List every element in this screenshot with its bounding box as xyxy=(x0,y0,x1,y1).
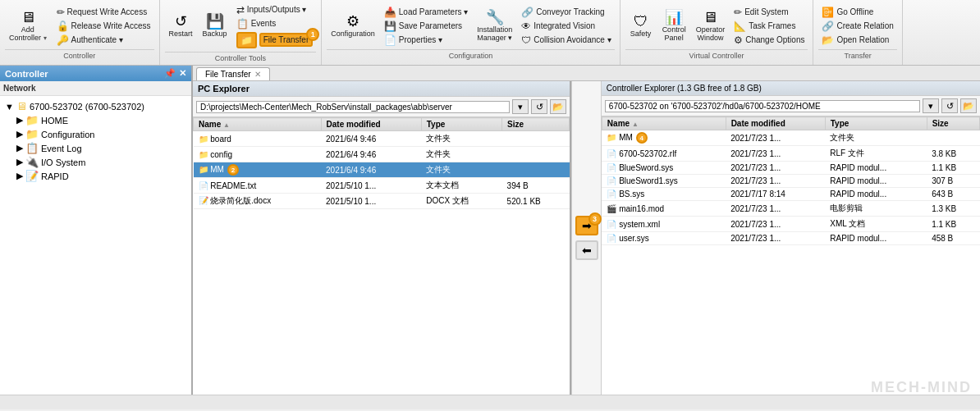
events-button[interactable]: 📋 Events xyxy=(233,17,317,30)
file-transfer-button[interactable]: 📁 File Transfer 1 xyxy=(233,31,317,49)
controller-tab-label[interactable]: Controller xyxy=(5,69,48,79)
pc-file-row[interactable]: 📁 MM2 2021/6/4 9:46 文件夹 xyxy=(194,162,570,178)
pc-col-type[interactable]: Type xyxy=(421,118,501,131)
tree-item-home[interactable]: ▶ 📁 HOME xyxy=(15,113,188,127)
change-options-button[interactable]: ⚙ Change Options xyxy=(730,34,808,47)
collision-avoidance-button[interactable]: 🛡 Collision Avoidance ▾ xyxy=(518,34,614,47)
transfer-backward-button[interactable]: ⬅ xyxy=(575,240,598,260)
properties-label: Properties ▾ xyxy=(399,35,442,44)
pc-path-dropdown-button[interactable]: ▾ xyxy=(512,99,529,114)
ctrl-file-row[interactable]: 📄 user.sys 2021/7/23 1... RAPID modul...… xyxy=(602,232,979,245)
backup-icon: 💾 xyxy=(206,14,224,29)
toolbar-group-controller-tools: ↺ Restart 💾 Backup ⇄ Inputs/Outputs ▾ 📋 … xyxy=(160,0,323,65)
backup-button[interactable]: 💾 Backup xyxy=(199,11,231,40)
tree-item-io-system[interactable]: ▶ 🔌 I/O System xyxy=(15,155,188,169)
ctrl-col-type[interactable]: Type xyxy=(825,117,927,130)
control-panel-button[interactable]: 📊 ControlPanel xyxy=(658,7,690,44)
transfer-forward-button[interactable]: ➡ 3 xyxy=(575,216,598,235)
tree-item-rapid[interactable]: ▶ 📝 RAPID xyxy=(15,169,188,183)
events-icon: 📋 xyxy=(236,18,249,30)
create-relation-button[interactable]: 🔗 Create Relation xyxy=(818,20,896,33)
ctrl-explorer-title: Controller Explorer (1.3 GB free of 1.8 … xyxy=(607,84,762,93)
ctrl-file-row[interactable]: 📄 BlueSword.sys 2021/7/23 1... RAPID mod… xyxy=(602,162,979,175)
installation-manager-button[interactable]: 🔧 InstallationManager ▾ xyxy=(473,7,516,44)
io-icon: ⇄ xyxy=(236,4,245,16)
pc-col-name[interactable]: Name ▲ xyxy=(194,118,322,131)
ctrl-explorer-header: Controller Explorer (1.3 GB free of 1.8 … xyxy=(602,81,980,96)
access-small-buttons: ✏ Request Write Access 🔓 Release Write A… xyxy=(53,6,154,47)
edit-system-button[interactable]: ✏ Edit System xyxy=(730,6,808,19)
transfer-buttons-panel: ➡ 3 ⬅ xyxy=(571,81,602,395)
ctrl-file-row[interactable]: 📁 MM4 2021/7/23 1... 文件夹 xyxy=(602,130,979,146)
config-folder-icon: 📁 xyxy=(25,128,39,140)
inputs-outputs-button[interactable]: ⇄ Inputs/Outputs ▾ xyxy=(233,3,317,16)
vision-icon: 👁 xyxy=(521,21,531,32)
panel-close-button[interactable]: ✕ xyxy=(179,68,186,79)
task-frames-button[interactable]: 📐 Task Frames xyxy=(730,20,808,33)
restart-button[interactable]: ↺ Restart xyxy=(165,11,197,40)
toolbar-group-configuration: ⚙ Configuration 📥 Load Parameters ▾ 💾 Sa… xyxy=(322,0,620,65)
ctrl-path-dropdown-button[interactable]: ▾ xyxy=(923,98,939,113)
task-frames-label: Task Frames xyxy=(749,21,795,30)
ctrl-path-input[interactable] xyxy=(605,100,920,112)
pc-path-input[interactable] xyxy=(196,101,510,113)
operator-window-button[interactable]: 🖥 OperatorWindow xyxy=(692,7,730,44)
right-content-area: File Transfer ✕ PC Explorer ▾ ↺ 📂 xyxy=(193,66,980,395)
tree-item-configuration[interactable]: ▶ 📁 Configuration xyxy=(15,127,188,141)
inst-mgr-label: InstallationManager ▾ xyxy=(477,25,512,42)
panel-pin-button[interactable]: 📌 xyxy=(164,68,176,79)
conveyor-tracking-button[interactable]: 🔗 Conveyor Tracking xyxy=(518,6,614,19)
file-transfer-tab[interactable]: File Transfer ✕ xyxy=(196,67,270,80)
status-bar xyxy=(0,395,980,409)
configuration-button[interactable]: ⚙ Configuration xyxy=(327,11,379,40)
operator-window-icon: 🖥 xyxy=(703,10,717,25)
pc-file-row[interactable]: 📁 config 2021/6/4 9:46 文件夹 xyxy=(194,147,570,162)
ctrl-file-row[interactable]: 📄 BS.sys 2021/7/17 8:14 RAPID modul... 6… xyxy=(602,188,979,201)
ctrl-refresh-button[interactable]: ↺ xyxy=(941,98,958,113)
tree-expand-io-icon: ▶ xyxy=(16,157,23,167)
request-write-button[interactable]: ✏ Request Write Access xyxy=(53,6,154,19)
safety-label: Safety xyxy=(630,30,652,38)
pc-file-row[interactable]: 📄 README.txt 2021/5/10 1... 文本文档 394 B xyxy=(194,178,570,194)
integrated-vision-button[interactable]: 👁 Integrated Vision xyxy=(518,20,614,33)
io-folder-icon: 🔌 xyxy=(25,156,39,168)
pc-file-row[interactable]: 📝 烧录简化版.docx 2021/5/10 1... DOCX 文档 520.… xyxy=(194,194,570,209)
pc-refresh-button[interactable]: ↺ xyxy=(531,99,547,114)
ctrl-file-row[interactable]: 🎬 main16.mod 2021/7/23 1... 电影剪辑 1.3 KB xyxy=(602,201,979,217)
ctrl-file-row[interactable]: 📄 6700-523702.rlf 2021/7/23 1... RLF 文件 … xyxy=(602,146,979,162)
control-panel-icon: 📊 xyxy=(665,10,683,25)
pc-explore-button[interactable]: 📂 xyxy=(550,99,566,114)
edit-system-label: Edit System xyxy=(744,7,788,16)
ctrl-file-row[interactable]: 📄 system.xml 2021/7/23 1... XML 文档 1.1 K… xyxy=(602,217,979,232)
ctrl-file-row[interactable]: 📄 BlueSword1.sys 2021/7/23 1... RAPID mo… xyxy=(602,175,979,188)
left-panel: Controller 📌 ✕ Network ▼ 🖥 6700-523702 (… xyxy=(0,66,193,395)
pc-file-row[interactable]: 📁 board 2021/6/4 9:46 文件夹 xyxy=(194,131,570,147)
controller-name-label: 6700-523702 (6700-523702) xyxy=(30,102,144,112)
go-offline-button[interactable]: 📴 Go Offline xyxy=(818,6,896,19)
config-icon: ⚙ xyxy=(346,14,359,29)
ctrl-col-size[interactable]: Size xyxy=(927,117,979,130)
file-transfer-label: File Transfer xyxy=(259,33,314,47)
pc-col-date[interactable]: Date modified xyxy=(321,118,421,131)
release-write-button[interactable]: 🔓 Release Write Access xyxy=(53,20,154,33)
file-transfer-tab-close[interactable]: ✕ xyxy=(254,70,261,79)
open-relation-button[interactable]: 📂 Open Relation xyxy=(818,34,896,47)
pc-col-size[interactable]: Size xyxy=(502,118,570,131)
safety-button[interactable]: 🛡 Safety xyxy=(625,11,657,40)
tree-item-eventlog[interactable]: ▶ 📋 Event Log xyxy=(15,141,188,155)
configuration-label: Configuration xyxy=(331,30,375,38)
add-controller-button[interactable]: 🖥 AddController ▾ xyxy=(5,7,51,44)
properties-button[interactable]: 📄 Properties ▾ xyxy=(381,34,472,47)
ctrl-col-date[interactable]: Date modified xyxy=(726,117,825,130)
ctrl-explore-button[interactable]: 📂 xyxy=(960,98,977,113)
tree-controller-root[interactable]: ▼ 🖥 6700-523702 (6700-523702) xyxy=(3,99,188,113)
mech-mind-logo: MECH-MIND xyxy=(871,379,972,396)
load-parameters-button[interactable]: 📥 Load Parameters ▾ xyxy=(381,6,472,19)
tree-expand-event-icon: ▶ xyxy=(16,143,23,153)
open-relation-icon: 📂 xyxy=(822,34,834,46)
home-folder-icon: 📁 xyxy=(25,114,39,126)
save-params-label: Save Parameters xyxy=(399,21,462,30)
save-parameters-button[interactable]: 💾 Save Parameters xyxy=(381,20,472,33)
authenticate-button[interactable]: 🔑 Authenticate ▾ xyxy=(53,34,154,47)
ctrl-col-name[interactable]: Name ▲ xyxy=(602,117,726,130)
